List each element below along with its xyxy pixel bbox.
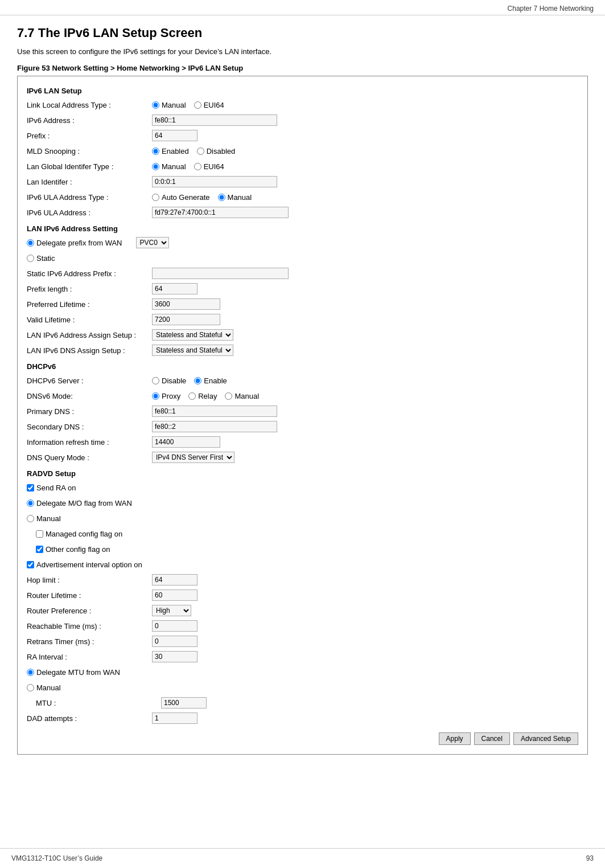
reachable-time-label: Reachable Time (ms) : — [27, 622, 152, 630]
dnsv6-proxy-radio[interactable] — [152, 392, 159, 400]
dhcpv6-enable-radio[interactable] — [194, 377, 201, 384]
reachable-time-row: Reachable Time (ms) : — [27, 620, 578, 632]
prefix-length-input[interactable] — [152, 283, 197, 294]
mtu-manual-option[interactable]: Manual — [27, 683, 61, 692]
ipv6-ula-manual-option[interactable]: Manual — [218, 193, 252, 202]
lan-global-eui64-option[interactable]: EUI64 — [194, 162, 224, 171]
lan-ipv6-dns-row: LAN IPv6 DNS Assign Setup : Stateless an… — [27, 344, 578, 357]
dnsv6-relay-radio[interactable] — [188, 392, 196, 400]
delegate-mo-radio[interactable] — [27, 499, 34, 507]
send-ra-label: Send RA on — [36, 484, 76, 492]
valid-lifetime-input[interactable] — [152, 314, 220, 325]
lan-ipv6-assign-value-wrap: Stateless and Stateful Stateless Statefu… — [152, 329, 578, 341]
primary-dns-input[interactable] — [152, 406, 277, 417]
dnsv6-relay-option[interactable]: Relay — [188, 392, 217, 400]
link-local-manual-option[interactable]: Manual — [152, 101, 186, 109]
ipv6-address-input[interactable] — [152, 114, 277, 126]
ipv6-ula-auto-option[interactable]: Auto Generate — [152, 193, 210, 202]
apply-button[interactable]: Apply — [439, 732, 471, 745]
delegate-mtu-radio[interactable] — [27, 669, 34, 676]
mtu-manual-radio[interactable] — [27, 684, 34, 691]
dnsv6-manual-label: Manual — [234, 392, 259, 400]
mld-enabled-radio[interactable] — [152, 148, 159, 155]
dhcpv6-enable-option[interactable]: Enable — [194, 376, 227, 385]
advanced-setup-button[interactable]: Advanced Setup — [513, 732, 578, 745]
static-radio[interactable] — [27, 255, 34, 262]
secondary-dns-input[interactable] — [152, 421, 277, 432]
delegate-prefix-radio[interactable] — [27, 239, 34, 247]
dhcpv6-disable-option[interactable]: Disable — [152, 376, 186, 385]
lan-global-manual-option[interactable]: Manual — [152, 162, 186, 171]
prefix-input[interactable] — [152, 130, 197, 141]
dhcpv6-server-row: DHCPv6 Server : Disable Enable — [27, 374, 578, 387]
link-local-address-type-value: Manual EUI64 — [152, 101, 578, 109]
hop-limit-input[interactable] — [152, 574, 197, 586]
dnsv6-manual-option[interactable]: Manual — [225, 392, 259, 400]
delegate-mo-option[interactable]: Delegate M/O flag from WAN — [27, 499, 132, 507]
preferred-lifetime-input[interactable] — [152, 298, 220, 310]
pvc-select[interactable]: PVC0 PVC1 PVC2 — [136, 237, 169, 248]
dhcpv6-server-value: Disable Enable — [152, 376, 578, 385]
mtu-input[interactable] — [161, 697, 207, 709]
managed-config-checkbox[interactable] — [36, 530, 43, 538]
dns-query-mode-select[interactable]: IPv4 DNS Server First IPv6 DNS Server Fi… — [152, 452, 234, 463]
dad-attempts-value-wrap — [152, 713, 578, 724]
ipv6-ula-type-label: IPv6 ULA Address Type : — [27, 193, 152, 202]
mld-disabled-option[interactable]: Disabled — [197, 147, 236, 155]
ipv6-ula-address-input[interactable] — [152, 207, 289, 218]
link-local-eui64-option[interactable]: EUI64 — [194, 101, 224, 109]
delegate-mtu-option[interactable]: Delegate MTU from WAN — [27, 668, 120, 677]
lan-ipv6-dns-select[interactable]: Stateless and Stateful Stateless Statefu… — [152, 345, 233, 356]
advertisement-interval-option[interactable]: Advertisement interval option on — [27, 560, 142, 569]
valid-lifetime-label: Valid Lifetime : — [27, 316, 152, 324]
lan-ipv6-assign-select[interactable]: Stateless and Stateful Stateless Statefu… — [152, 329, 233, 341]
lan-identifier-input[interactable] — [152, 176, 277, 187]
mtu-value-wrap — [161, 697, 578, 709]
ra-interval-input[interactable] — [152, 651, 197, 662]
retrans-timer-input[interactable] — [152, 636, 197, 647]
link-local-address-type-label: Link Local Address Type : — [27, 101, 152, 109]
link-local-eui64-radio[interactable] — [194, 101, 201, 109]
other-config-checkbox[interactable] — [36, 546, 43, 553]
lan-global-eui64-radio[interactable] — [194, 163, 201, 170]
static-ipv6-prefix-input[interactable] — [152, 268, 289, 279]
dhcpv6-disable-radio[interactable] — [152, 377, 159, 384]
mld-disabled-radio[interactable] — [197, 148, 204, 155]
router-lifetime-input[interactable] — [152, 589, 197, 601]
lan-global-manual-radio[interactable] — [152, 163, 159, 170]
advertisement-interval-checkbox[interactable] — [27, 561, 34, 568]
info-refresh-input[interactable] — [152, 436, 220, 448]
dhcpv6-disable-label: Disable — [162, 376, 186, 385]
static-ipv6-prefix-row: Static IPv6 Address Prefix : — [27, 267, 578, 280]
delegate-prefix-option[interactable]: Delegate prefix from WAN — [27, 239, 122, 247]
mld-enabled-option[interactable]: Enabled — [152, 147, 189, 155]
other-config-option[interactable]: Other config flag on — [36, 545, 110, 554]
cancel-button[interactable]: Cancel — [474, 732, 510, 745]
radvd-manual-radio[interactable] — [27, 515, 34, 522]
reachable-time-input[interactable] — [152, 620, 197, 632]
dnsv6-proxy-option[interactable]: Proxy — [152, 392, 180, 400]
other-config-label: Other config flag on — [46, 545, 110, 554]
dnsv6-mode-row: DNSv6 Mode: Proxy Relay Manual — [27, 390, 578, 402]
ipv6-ula-manual-radio[interactable] — [218, 194, 225, 201]
static-option[interactable]: Static — [27, 254, 55, 263]
dhcpv6-server-label: DHCPv6 Server : — [27, 376, 152, 385]
mld-enabled-label: Enabled — [162, 147, 189, 155]
dnsv6-proxy-label: Proxy — [162, 392, 180, 400]
ipv6-ula-auto-radio[interactable] — [152, 194, 159, 201]
section-radvd-title: RADVD Setup — [27, 469, 578, 478]
link-local-manual-radio[interactable] — [152, 101, 159, 109]
dnsv6-manual-radio[interactable] — [225, 392, 232, 400]
lan-global-identifier-label: Lan Global Identifer Type : — [27, 162, 152, 171]
lan-global-identifier-value: Manual EUI64 — [152, 162, 578, 171]
managed-config-option[interactable]: Managed config flag on — [36, 530, 122, 538]
radvd-manual-option[interactable]: Manual — [27, 514, 61, 523]
router-preference-select[interactable]: High Medium Low — [152, 605, 191, 616]
send-ra-option[interactable]: Send RA on — [27, 484, 76, 492]
primary-dns-label: Primary DNS : — [27, 407, 152, 416]
send-ra-checkbox[interactable] — [27, 484, 34, 492]
chapter-title: Chapter 7 Home Networking — [508, 5, 594, 13]
dad-attempts-input[interactable] — [152, 713, 197, 724]
ipv6-address-row: IPv6 Address : — [27, 114, 578, 126]
ipv6-address-value-wrap — [152, 114, 578, 126]
